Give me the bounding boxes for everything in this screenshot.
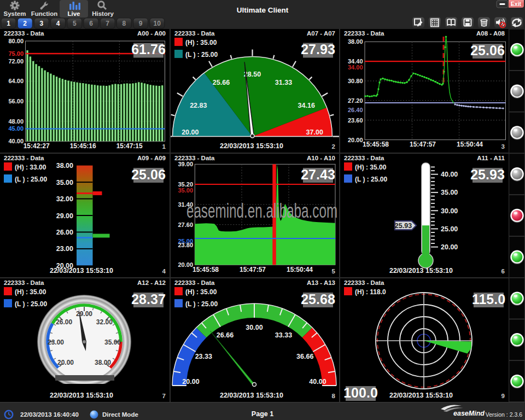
svg-text:Exit: Exit xyxy=(511,1,522,7)
svg-text:15:50:44: 15:50:44 xyxy=(287,266,313,273)
svg-text:15:45:16: 15:45:16 xyxy=(70,142,96,150)
svg-text:28.37: 28.37 xyxy=(131,291,166,307)
svg-text:(H) : 35.00: (H) : 35.00 xyxy=(185,39,217,46)
svg-text:22.83: 22.83 xyxy=(190,102,207,109)
svg-text:15:47:57: 15:47:57 xyxy=(410,141,436,148)
svg-text:222333 - Data: 222333 - Data xyxy=(4,155,44,161)
svg-text:4: 4 xyxy=(56,20,60,27)
svg-text:2: 2 xyxy=(332,143,335,150)
svg-text:A07 - A07: A07 - A07 xyxy=(307,30,335,37)
svg-text:32.00: 32.00 xyxy=(96,318,113,326)
svg-text:26.66: 26.66 xyxy=(217,331,234,339)
svg-text:A11 - A11: A11 - A11 xyxy=(477,155,505,161)
svg-text:27.93: 27.93 xyxy=(301,42,335,57)
svg-text:(L ) : 25.00: (L ) : 25.00 xyxy=(185,300,218,308)
svg-text:222333 - Data: 222333 - Data xyxy=(344,30,384,37)
svg-text:25.66: 25.66 xyxy=(213,79,230,86)
svg-text:15:47:57: 15:47:57 xyxy=(240,266,266,273)
svg-text:222333 - Data: 222333 - Data xyxy=(344,279,384,286)
svg-text:23.33: 23.33 xyxy=(195,353,212,360)
svg-text:35.00: 35.00 xyxy=(441,189,458,196)
svg-text:38.00: 38.00 xyxy=(348,38,363,45)
svg-text:(L ) : 25.00: (L ) : 25.00 xyxy=(15,176,47,183)
svg-text:100.0: 100.0 xyxy=(343,385,378,400)
svg-text:38.00: 38.00 xyxy=(56,162,73,170)
svg-text:(H) : 35.00: (H) : 35.00 xyxy=(15,288,46,296)
svg-text:39.00: 39.00 xyxy=(178,161,193,167)
svg-text:A09 - A09: A09 - A09 xyxy=(137,155,166,161)
svg-text:222333 - Data: 222333 - Data xyxy=(174,279,215,286)
svg-text:4: 4 xyxy=(162,268,166,275)
svg-text:26.00: 26.00 xyxy=(56,229,73,236)
svg-text:15:47:15: 15:47:15 xyxy=(116,142,143,150)
svg-text:75.00: 75.00 xyxy=(8,50,24,57)
svg-text:1: 1 xyxy=(7,20,10,27)
svg-text:System: System xyxy=(4,10,26,17)
svg-text:22/03/2013 15:53:10: 22/03/2013 15:53:10 xyxy=(220,142,283,150)
svg-text:36.66: 36.66 xyxy=(296,353,313,360)
svg-text:3: 3 xyxy=(40,20,44,27)
svg-text:40.00: 40.00 xyxy=(309,378,326,386)
svg-text:20.00: 20.00 xyxy=(348,137,363,143)
svg-text:38.00: 38.00 xyxy=(95,359,111,366)
svg-text:15:50:44: 15:50:44 xyxy=(457,141,483,148)
svg-text:22/03/2013 16:40:40: 22/03/2013 16:40:40 xyxy=(20,411,79,418)
svg-text:Direct Mode: Direct Mode xyxy=(102,411,138,418)
svg-text:5: 5 xyxy=(73,20,77,27)
svg-text:7: 7 xyxy=(106,20,109,27)
svg-text:20.00: 20.00 xyxy=(182,129,199,136)
svg-text:56.00: 56.00 xyxy=(8,98,24,104)
svg-text:20.00: 20.00 xyxy=(57,359,74,366)
svg-text:222333 - Data: 222333 - Data xyxy=(4,279,44,286)
svg-text:7: 7 xyxy=(162,393,166,399)
svg-text:Version : 2.3.6: Version : 2.3.6 xyxy=(486,411,522,418)
svg-text:A13 - A13: A13 - A13 xyxy=(307,279,335,286)
svg-text:3: 3 xyxy=(501,143,505,150)
svg-text:222333 - Data: 222333 - Data xyxy=(344,155,384,161)
svg-text:35.00: 35.00 xyxy=(56,179,73,186)
svg-text:115.0: 115.0 xyxy=(472,291,505,307)
svg-text:80.00: 80.00 xyxy=(8,38,24,44)
svg-text:30.00: 30.00 xyxy=(441,207,458,215)
svg-text:A08 - A08: A08 - A08 xyxy=(476,30,505,37)
svg-text:(H) : 35.00: (H) : 35.00 xyxy=(355,164,387,171)
svg-text:22/03/2013 15:53:10: 22/03/2013 15:53:10 xyxy=(220,392,283,399)
svg-text:A00 - A00: A00 - A00 xyxy=(137,30,166,37)
svg-text:22/03/2013 15:53:10: 22/03/2013 15:53:10 xyxy=(389,267,453,275)
svg-text:23.80: 23.80 xyxy=(178,242,193,248)
svg-text:22/03/2013 15:53:10: 22/03/2013 15:53:10 xyxy=(389,392,453,399)
svg-text:29.00: 29.00 xyxy=(76,310,92,318)
svg-text:9: 9 xyxy=(139,20,143,27)
svg-text:23.00: 23.00 xyxy=(48,339,64,346)
svg-text:1: 1 xyxy=(162,143,166,150)
svg-text:34.00: 34.00 xyxy=(348,64,363,71)
svg-text:25.06: 25.06 xyxy=(131,167,166,182)
svg-text:9: 9 xyxy=(501,393,505,399)
svg-text:6: 6 xyxy=(89,20,93,27)
svg-text:33.33: 33.33 xyxy=(275,331,292,339)
svg-text:27.20: 27.20 xyxy=(348,97,363,104)
svg-text:8: 8 xyxy=(332,393,336,399)
svg-text:8: 8 xyxy=(122,20,126,27)
svg-text:(L ) : 25.00: (L ) : 25.00 xyxy=(15,300,47,308)
svg-text:40.00: 40.00 xyxy=(441,171,458,178)
svg-text:(L ) : 25.00: (L ) : 25.00 xyxy=(355,176,387,183)
svg-text:34.16: 34.16 xyxy=(298,102,315,109)
svg-text:48.00: 48.00 xyxy=(8,118,24,125)
svg-text:6: 6 xyxy=(501,268,505,275)
svg-text:25.06: 25.06 xyxy=(470,43,505,58)
svg-text:25.00: 25.00 xyxy=(441,225,458,233)
svg-text:30.80: 30.80 xyxy=(348,78,363,84)
svg-text:Ultimate Client: Ultimate Client xyxy=(237,6,289,14)
svg-text:20.00: 20.00 xyxy=(178,261,193,268)
svg-text:23.00: 23.00 xyxy=(56,245,73,253)
svg-text:35.00: 35.00 xyxy=(104,339,121,346)
svg-text:222333 - Data: 222333 - Data xyxy=(4,30,44,37)
svg-text:222333 - Data: 222333 - Data xyxy=(174,30,215,37)
svg-text:30.00: 30.00 xyxy=(246,324,262,331)
svg-text:(H) : 33.00: (H) : 33.00 xyxy=(15,164,46,171)
svg-text:Live: Live xyxy=(67,10,80,17)
svg-text:15:42:27: 15:42:27 xyxy=(24,142,50,150)
svg-text:29.00: 29.00 xyxy=(56,212,73,220)
svg-text:(H) : 118.0: (H) : 118.0 xyxy=(355,288,386,296)
